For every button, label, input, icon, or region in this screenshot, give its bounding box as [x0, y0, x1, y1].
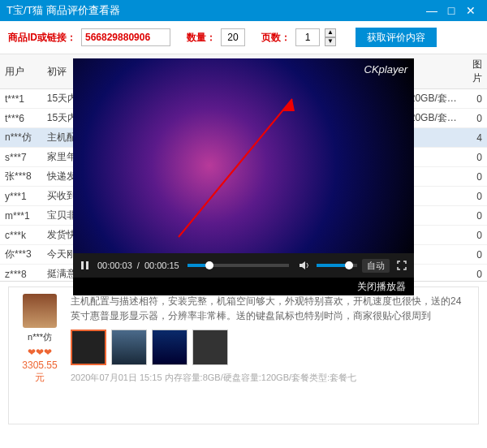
maximize-button[interactable]: □ [442, 4, 461, 17]
volume-button[interactable] [297, 258, 312, 273]
thumbnail-1[interactable] [71, 330, 106, 365]
toolbar: 商品ID或链接： 数量： 页数： ▲ ▼ 获取评价内容 [0, 21, 487, 54]
cell-user: t***6 [0, 109, 42, 128]
cell-user: 张***8 [0, 167, 42, 187]
cell-pic: 0 [462, 187, 487, 206]
cell-user: c***k [0, 226, 42, 245]
video-player-overlay: CKplayer 00:00:03 / 00:00:15 自动 关闭播放器 [73, 58, 414, 295]
pause-icon [80, 261, 90, 270]
fetch-reviews-button[interactable]: 获取评价内容 [356, 28, 437, 47]
cell-pic: 0 [462, 89, 487, 109]
cell-user: z***8 [0, 265, 42, 282]
product-id-input[interactable] [81, 28, 170, 46]
thumbnail-3[interactable] [152, 330, 187, 365]
avatar-column: n***仿 ❤❤❤ 3305.55 元 [17, 294, 62, 417]
page-spinner: ▲ ▼ [325, 28, 336, 46]
annotation-arrow-icon [170, 83, 308, 245]
cell-user: s***7 [0, 148, 42, 167]
cell-pic: 0 [462, 245, 487, 265]
review-detail-panel: n***仿 ❤❤❤ 3305.55 元 主机配置与描述相符，安装完整，机箱空间够… [8, 286, 479, 424]
cell-pic: 0 [462, 109, 487, 128]
progress-bar[interactable] [187, 264, 289, 267]
cell-user: m***1 [0, 206, 42, 226]
page-down-button[interactable]: ▼ [325, 37, 336, 46]
app-title: T宝/T猫 商品评价查看器 [6, 3, 120, 18]
svg-rect-2 [81, 261, 84, 269]
cell-user: 你***3 [0, 245, 42, 265]
detail-username: n***仿 [17, 331, 62, 343]
time-current: 00:00:03 [97, 261, 132, 270]
player-brand-label: CKplayer [364, 63, 407, 75]
page-input[interactable] [295, 28, 320, 46]
cell-user: y***1 [0, 187, 42, 206]
review-text: 主机配置与描述相符，安装完整，机箱空间够大，外观特别喜欢，开机速度也很快，送的2… [71, 294, 470, 323]
user-avatar [23, 294, 57, 328]
fullscreen-button[interactable] [394, 258, 409, 273]
svg-rect-3 [86, 261, 88, 269]
cell-pic: 0 [462, 226, 487, 245]
cell-pic: 0 [462, 167, 487, 187]
time-total: 00:00:15 [144, 261, 179, 270]
hearts-icon: ❤❤❤ [17, 347, 62, 358]
minimize-button[interactable]: — [422, 4, 442, 17]
fullscreen-icon [397, 261, 407, 270]
page-up-button[interactable]: ▲ [325, 28, 336, 37]
qty-input[interactable] [221, 28, 245, 46]
detail-body: 主机配置与描述相符，安装完整，机箱空间够大，外观特别喜欢，开机速度也很快，送的2… [71, 294, 470, 417]
svg-marker-4 [300, 261, 305, 269]
cell-pic: 0 [462, 265, 487, 282]
thumbnail-4[interactable] [192, 330, 228, 365]
pause-button[interactable] [78, 258, 93, 273]
id-label: 商品ID或链接： [8, 31, 76, 45]
quality-badge[interactable]: 自动 [362, 259, 390, 273]
detail-price: 3305.55 元 [17, 360, 62, 385]
qty-label: 数量： [187, 31, 216, 45]
thumbnail-2[interactable] [111, 330, 147, 365]
close-player-button[interactable]: 关闭播放器 [73, 278, 414, 295]
svg-line-0 [179, 99, 292, 237]
page-label: 页数： [261, 31, 291, 45]
detail-meta: 2020年07月01日 15:15 内存容量:8GB/硬盘容量:120GB/套餐… [71, 372, 470, 384]
window-titlebar: T宝/T猫 商品评价查看器 — □ ✕ [0, 0, 487, 21]
th-pic[interactable]: 图片 [462, 54, 487, 89]
player-controls: 00:00:03 / 00:00:15 自动 [73, 253, 414, 278]
cell-user: t***1 [0, 89, 42, 109]
cell-pic: 4 [462, 128, 487, 148]
cell-user: n***仿 [0, 128, 42, 148]
close-button[interactable]: ✕ [461, 4, 481, 17]
svg-marker-1 [282, 99, 295, 111]
thumbnail-row [71, 330, 470, 365]
th-user[interactable]: 用户 [0, 54, 42, 89]
cell-pic: 0 [462, 148, 487, 167]
volume-icon [299, 261, 310, 270]
video-canvas[interactable]: CKplayer [73, 58, 414, 253]
cell-pic: 0 [462, 206, 487, 226]
volume-slider[interactable] [317, 264, 357, 267]
